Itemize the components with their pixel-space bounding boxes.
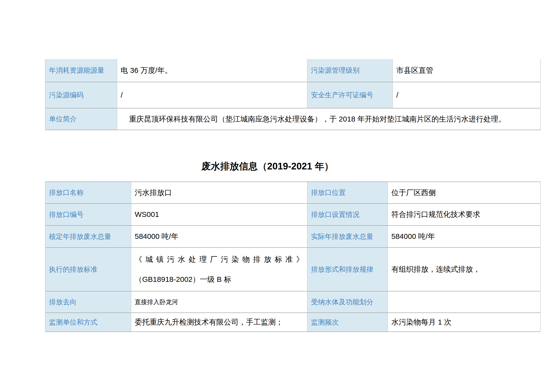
ww-row6-label2: 监测频次 <box>307 312 387 331</box>
facility-row2-value1: / <box>117 82 307 108</box>
ww-row4-label2: 排放形式和排放规律 <box>307 247 387 291</box>
section-title: 废水排放信息（2019-2021 年） <box>45 160 490 173</box>
ww-row4-value2: 有组织排放，连续式排放， <box>387 247 540 291</box>
ww-row3-value2: 584000 吨/年 <box>387 225 540 247</box>
ww-row2-label2: 排放口设置情况 <box>307 203 387 225</box>
ww-row5-value2 <box>387 291 540 312</box>
document-page: 年消耗资源能源量 电 36 万度/年。 污染源管理级别 市县区直管 污染源编码 … <box>0 0 555 392</box>
facility-row2-label2: 安全生产许可证编号 <box>307 82 392 108</box>
ww-row2-value1: WS001 <box>131 203 307 225</box>
ww-row5-label2: 受纳水体及功能划分 <box>307 291 387 312</box>
ww-row1-label1: 排放口名称 <box>45 182 131 203</box>
ww-row6-label1: 监测单位和方式 <box>45 312 131 331</box>
ww-row3-value1: 584000 吨/年 <box>131 225 307 247</box>
standard-code-line: （GB18918-2002）一级 B 标 <box>135 274 304 285</box>
ww-row4-label1: 执行的排放标准 <box>45 247 131 291</box>
ww-row1-value1: 污水排放口 <box>131 182 307 203</box>
facility-row1-value2: 市县区直管 <box>392 59 540 82</box>
standard-name-line: 《城镇污水处理厂污染物排放标准》 <box>135 254 304 265</box>
ww-row1-value2: 位于厂区西侧 <box>387 182 540 203</box>
facility-row1-label2: 污染源管理级别 <box>307 59 392 82</box>
facility-row1-label1: 年消耗资源能源量 <box>45 59 117 82</box>
ww-row2-label1: 排放口编号 <box>45 203 131 225</box>
facility-row1-value1: 电 36 万度/年。 <box>117 59 307 82</box>
facility-row2-value2: / <box>392 82 540 108</box>
facility-intro-value: 重庆昆顶环保科技有限公司（垫江城南应急污水处理设备），于 2018 年开始对垫江… <box>117 108 540 130</box>
ww-row4-value1: 《城镇污水处理厂污染物排放标准》 （GB18918-2002）一级 B 标 <box>131 247 307 291</box>
wastewater-info-table: 排放口名称 污水排放口 排放口位置 位于厂区西侧 排放口编号 WS001 排放口… <box>45 182 541 332</box>
facility-intro-label: 单位简介 <box>45 108 117 130</box>
ww-row6-value2: 水污染物每月 1 次 <box>387 312 540 331</box>
ww-row6-value1: 委托重庆九升检测技术有限公司，手工监测； <box>131 312 307 331</box>
ww-row2-value2: 符合排污口规范化技术要求 <box>387 203 540 225</box>
ww-row5-label1: 排放去向 <box>45 291 131 312</box>
facility-row2-label1: 污染源编码 <box>45 82 117 108</box>
ww-row1-label2: 排放口位置 <box>307 182 387 203</box>
ww-row5-value1: 直接排入卧龙河 <box>131 291 307 312</box>
ww-row3-label2: 实际年排放废水总量 <box>307 225 387 247</box>
ww-row3-label1: 核定年排放废水总量 <box>45 225 131 247</box>
facility-info-table: 年消耗资源能源量 电 36 万度/年。 污染源管理级别 市县区直管 污染源编码 … <box>45 59 541 130</box>
